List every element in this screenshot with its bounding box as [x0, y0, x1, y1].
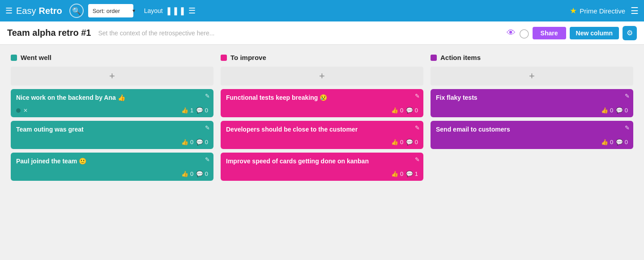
- sort-select[interactable]: Sort: order Sort: votes Sort: date: [88, 4, 133, 17]
- card-footer: 👍 0💬 0: [436, 107, 628, 114]
- card-edit-button[interactable]: ✎: [415, 124, 420, 131]
- column-color-dot-went-well: [11, 55, 17, 61]
- column-color-dot-action-items: [431, 55, 437, 61]
- table-row: ✎Paul joined the team 🙂👍 0💬 0: [11, 153, 213, 181]
- settings-button[interactable]: ⚙: [623, 26, 637, 40]
- card-vote-area[interactable]: 👍 0: [391, 170, 403, 177]
- card-comment-area[interactable]: 💬 0: [406, 107, 418, 114]
- card-vote-area[interactable]: 👍 0: [181, 139, 193, 145]
- card-footer: 👍 0💬 0: [16, 139, 208, 145]
- card-edit-button[interactable]: ✎: [625, 93, 630, 99]
- column-header-to-improve: To improve: [221, 52, 423, 63]
- star-icon: ★: [570, 6, 577, 16]
- card-edit-button[interactable]: ✎: [205, 124, 210, 131]
- prime-directive-button[interactable]: ★ Prime Directive: [570, 6, 625, 16]
- search-button[interactable]: 🔍: [69, 4, 84, 18]
- card-blur-icon: [16, 108, 21, 113]
- add-card-button-action-items[interactable]: +: [431, 67, 633, 85]
- card-vote-area[interactable]: 👍 0: [181, 170, 193, 177]
- card-vote-area[interactable]: 👍 0: [391, 139, 403, 145]
- card-text: Paul joined the team 🙂: [16, 157, 208, 168]
- table-row: ✎Developers should be close to the custo…: [221, 121, 423, 149]
- card-text: Send email to customers: [436, 125, 628, 136]
- column-title-action-items: Action items: [440, 54, 481, 61]
- card-edit-button[interactable]: ✎: [205, 156, 210, 163]
- card-comment-area[interactable]: 💬 0: [196, 139, 208, 145]
- new-column-button[interactable]: New column: [570, 27, 619, 39]
- hamburger-icon[interactable]: ☰: [5, 6, 13, 16]
- prime-directive-label: Prime Directive: [580, 7, 625, 15]
- card-footer: 👍 0💬 0: [436, 139, 628, 145]
- sub-header: Team alpha retro #1 Set the context of t…: [0, 21, 644, 45]
- card-vote-area[interactable]: 👍 0: [601, 107, 613, 114]
- column-header-action-items: Action items: [431, 52, 633, 63]
- layout-label: Layout: [144, 7, 163, 14]
- column-color-dot-to-improve: [221, 55, 227, 61]
- column-title-went-well: Went well: [21, 54, 51, 61]
- card-vote-area[interactable]: 👍 0: [601, 139, 613, 145]
- search-icon: 🔍: [72, 7, 81, 15]
- table-row: ✎Send email to customers👍 0💬 0: [431, 121, 633, 149]
- card-footer: ✕👍 1💬 0: [16, 107, 208, 114]
- card-footer-left: ✕: [16, 107, 28, 114]
- card-comment-area[interactable]: 💬 0: [196, 107, 208, 114]
- card-text: Nice work on the backend by Ana 👍: [16, 94, 208, 104]
- card-dismiss-button[interactable]: ✕: [23, 107, 28, 114]
- card-vote-area[interactable]: 👍 0: [391, 107, 403, 114]
- layout-columns-icon[interactable]: ❚❚❚: [166, 6, 186, 16]
- table-row: ✎Nice work on the backend by Ana 👍✕👍 1💬 …: [11, 89, 213, 117]
- retro-context[interactable]: Set the context of the retrospective her…: [98, 30, 506, 37]
- card-vote-area[interactable]: 👍 1: [181, 107, 193, 114]
- logo: EasyRetro: [16, 6, 62, 16]
- layout-list-icon[interactable]: ☰: [188, 6, 196, 16]
- card-comment-area[interactable]: 💬 0: [196, 170, 208, 177]
- logo-easy: Easy: [16, 6, 36, 16]
- card-comment-area[interactable]: 💬 1: [406, 170, 418, 177]
- card-footer: 👍 0💬 1: [226, 170, 418, 177]
- table-row: ✎Functional tests keep breaking 😢👍 0💬 0: [221, 89, 423, 117]
- column-went-well: Went well+✎Nice work on the backend by A…: [11, 52, 213, 184]
- nav-menu-icon[interactable]: ☰: [631, 5, 639, 16]
- card-text: Improve speed of cards getting done on k…: [226, 157, 418, 168]
- layout-controls: Layout ❚❚❚ ☰: [144, 6, 196, 16]
- board: Went well+✎Nice work on the backend by A…: [0, 45, 644, 260]
- card-comment-area[interactable]: 💬 0: [406, 139, 418, 145]
- card-edit-button[interactable]: ✎: [625, 124, 630, 131]
- table-row: ✎Team outing was great👍 0💬 0: [11, 121, 213, 149]
- add-card-button-to-improve[interactable]: +: [221, 67, 423, 85]
- column-header-went-well: Went well: [11, 52, 213, 63]
- sort-wrapper: Sort: order Sort: votes Sort: date: [88, 4, 139, 17]
- top-nav: ☰ EasyRetro 🔍 Sort: order Sort: votes So…: [0, 0, 644, 21]
- add-card-button-went-well[interactable]: +: [11, 67, 213, 85]
- card-footer: 👍 0💬 0: [16, 170, 208, 177]
- card-edit-button[interactable]: ✎: [205, 93, 210, 99]
- clock-button[interactable]: ◯: [519, 28, 529, 38]
- column-action-items: Action items+✎Fix flaky tests👍 0💬 0✎Send…: [431, 52, 633, 153]
- table-row: ✎Fix flaky tests👍 0💬 0: [431, 89, 633, 117]
- logo-retro: Retro: [38, 6, 62, 16]
- card-comment-area[interactable]: 💬 0: [616, 139, 628, 145]
- card-edit-button[interactable]: ✎: [415, 93, 420, 99]
- card-footer: 👍 0💬 0: [226, 139, 418, 145]
- table-row: ✎Improve speed of cards getting done on …: [221, 153, 423, 181]
- card-footer: 👍 0💬 0: [226, 107, 418, 114]
- card-comment-area[interactable]: 💬 0: [616, 107, 628, 114]
- column-title-to-improve: To improve: [230, 54, 266, 61]
- retro-title: Team alpha retro #1: [7, 28, 91, 38]
- column-to-improve: To improve+✎Functional tests keep breaki…: [221, 52, 423, 184]
- share-button[interactable]: Share: [533, 27, 566, 39]
- card-text: Developers should be close to the custom…: [226, 125, 418, 136]
- card-text: Functional tests keep breaking 😢: [226, 94, 418, 104]
- eye-button[interactable]: 👁: [507, 28, 516, 38]
- card-text: Fix flaky tests: [436, 94, 628, 104]
- card-text: Team outing was great: [16, 125, 208, 136]
- card-edit-button[interactable]: ✎: [415, 156, 420, 163]
- sub-actions: 👁 ◯ Share New column ⚙: [507, 26, 637, 40]
